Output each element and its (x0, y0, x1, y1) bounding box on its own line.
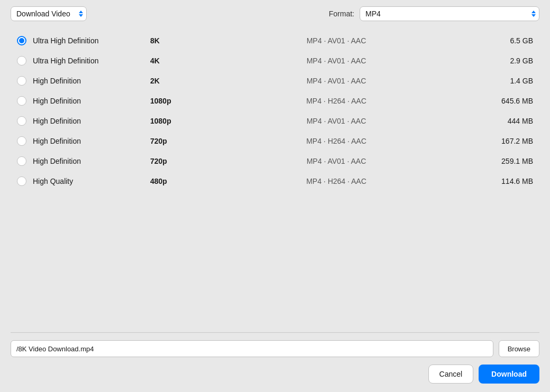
option-row[interactable]: High Definition 1080p MP4 · H264 · AAC 6… (11, 91, 539, 111)
mode-select[interactable]: Download Video (11, 6, 87, 21)
quality-resolution: 720p (150, 137, 192, 145)
quality-resolution: 4K (150, 57, 192, 65)
quality-name: High Definition (33, 97, 144, 105)
option-row[interactable]: High Quality 480p MP4 · H264 · AAC 114.6… (11, 171, 539, 191)
option-row[interactable]: Ultra High Definition 4K MP4 · AV01 · AA… (11, 51, 539, 71)
quality-codec: MP4 · AV01 · AAC (199, 157, 474, 165)
filepath-input[interactable] (11, 340, 493, 357)
quality-resolution: 1080p (150, 117, 192, 125)
quality-name: High Quality (33, 177, 144, 185)
radio-button[interactable] (17, 36, 26, 45)
quality-resolution: 1080p (150, 97, 192, 105)
quality-codec: MP4 · AV01 · AAC (199, 57, 474, 65)
quality-size: 6.5 GB (480, 36, 533, 45)
quality-size: 167.2 MB (480, 137, 533, 145)
quality-size: 114.6 MB (480, 177, 533, 185)
radio-button[interactable] (17, 156, 26, 166)
radio-button[interactable] (17, 96, 26, 106)
quality-name: High Definition (33, 77, 144, 85)
quality-codec: MP4 · AV01 · AAC (199, 117, 474, 125)
action-buttons: Cancel Download (11, 365, 539, 384)
option-row[interactable]: High Definition 720p MP4 · AV01 · AAC 25… (11, 151, 539, 171)
quality-size: 444 MB (480, 117, 533, 125)
quality-name: Ultra High Definition (33, 36, 144, 45)
quality-codec: MP4 · AV01 · AAC (199, 77, 474, 85)
quality-size: 2.9 GB (480, 57, 533, 65)
quality-codec: MP4 · H264 · AAC (199, 137, 474, 145)
browse-button[interactable]: Browse (499, 340, 539, 357)
quality-resolution: 8K (150, 36, 192, 45)
option-row[interactable]: Ultra High Definition 8K MP4 · AV01 · AA… (11, 31, 539, 51)
download-button[interactable]: Download (479, 365, 539, 384)
quality-name: High Definition (33, 117, 144, 125)
format-select-wrapper: MP4MKVAVIMOVWEBM (360, 6, 539, 21)
format-select[interactable]: MP4MKVAVIMOVWEBM (360, 6, 539, 21)
toolbar: Download Video Format: MP4MKVAVIMOVWEBM (11, 6, 539, 21)
options-list: Ultra High Definition 8K MP4 · AV01 · AA… (11, 31, 539, 333)
quality-name: Ultra High Definition (33, 57, 144, 65)
quality-name: High Definition (33, 157, 144, 165)
radio-button[interactable] (17, 136, 26, 146)
radio-button[interactable] (17, 76, 26, 86)
quality-size: 645.6 MB (480, 97, 533, 105)
quality-size: 259.1 MB (480, 157, 533, 165)
quality-codec: MP4 · H264 · AAC (199, 97, 474, 105)
radio-button[interactable] (17, 116, 26, 126)
bottom-section: Browse (11, 340, 539, 357)
quality-name: High Definition (33, 137, 144, 145)
radio-button[interactable] (17, 176, 26, 186)
mode-select-wrapper: Download Video (11, 6, 87, 21)
quality-size: 1.4 GB (480, 77, 533, 85)
option-row[interactable]: High Definition 2K MP4 · AV01 · AAC 1.4 … (11, 71, 539, 91)
cancel-button[interactable]: Cancel (428, 365, 474, 384)
format-label: Format: (329, 10, 354, 18)
quality-resolution: 480p (150, 177, 192, 185)
quality-resolution: 720p (150, 157, 192, 165)
option-row[interactable]: High Definition 1080p MP4 · AV01 · AAC 4… (11, 111, 539, 131)
option-row[interactable]: High Definition 720p MP4 · H264 · AAC 16… (11, 131, 539, 151)
radio-button[interactable] (17, 56, 26, 66)
quality-codec: MP4 · H264 · AAC (199, 177, 474, 185)
quality-resolution: 2K (150, 77, 192, 85)
quality-codec: MP4 · AV01 · AAC (199, 36, 474, 45)
